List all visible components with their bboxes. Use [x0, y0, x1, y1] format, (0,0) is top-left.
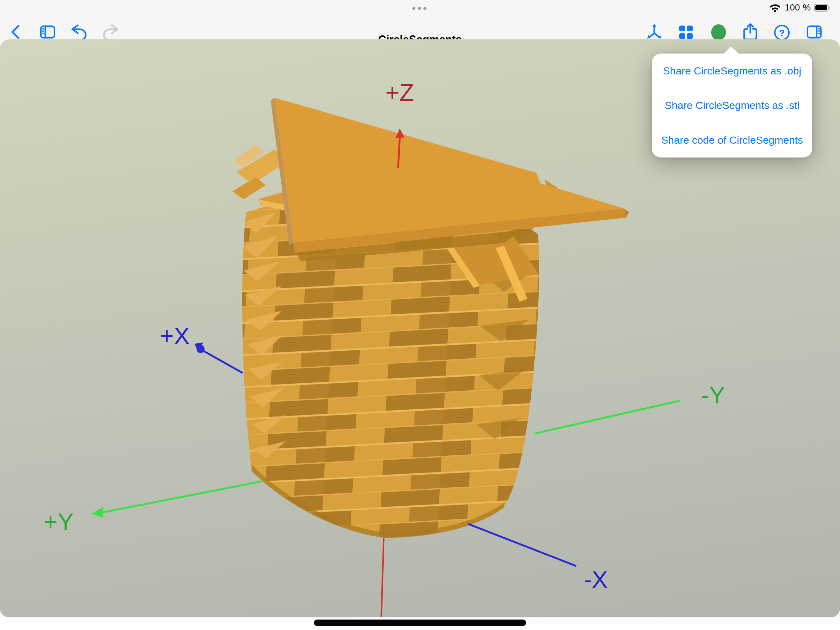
run-status[interactable] [709, 23, 728, 41]
question-mark-icon: ? [773, 23, 791, 41]
home-indicator[interactable] [314, 619, 526, 626]
axis-minus-z-line [381, 539, 384, 616]
axis-label-plus-x: +X [160, 322, 190, 350]
axis-plus-y-line [104, 481, 261, 512]
svg-text:?: ? [779, 28, 785, 38]
share-code-menu-item[interactable]: Share code of CircleSegments [652, 123, 812, 157]
axis-label-plus-z: +Z [385, 79, 414, 106]
axis-label-plus-y: +Y [44, 508, 74, 535]
toolbar: CircleSegments ? [0, 9, 840, 40]
green-circle-icon [709, 23, 728, 41]
axes-button[interactable] [645, 23, 663, 41]
axis-plus-x-line [203, 350, 242, 372]
axis-minus-x-line [469, 524, 576, 566]
sidebar-right-icon [805, 23, 823, 41]
grid-2x2-icon [677, 23, 695, 41]
share-button[interactable] [741, 23, 759, 41]
share-stl-menu-item[interactable]: Share CircleSegments as .stl [652, 88, 812, 123]
help-button[interactable]: ? [773, 23, 791, 41]
axis-minus-y-line [535, 401, 679, 434]
axis-plus-y-arrowhead [92, 507, 104, 518]
axes-3d-icon [645, 23, 663, 41]
grid-button[interactable] [677, 23, 695, 41]
share-icon [741, 23, 759, 41]
axis-label-minus-x: -X [584, 566, 608, 593]
sidebar-right-toggle-button[interactable] [805, 23, 823, 41]
share-popover: Share CircleSegments as .obj Share Circl… [652, 54, 812, 157]
share-obj-menu-item[interactable]: Share CircleSegments as .obj [652, 54, 812, 88]
model-circle-segments [232, 98, 629, 538]
axis-label-minus-y: -Y [701, 381, 725, 408]
